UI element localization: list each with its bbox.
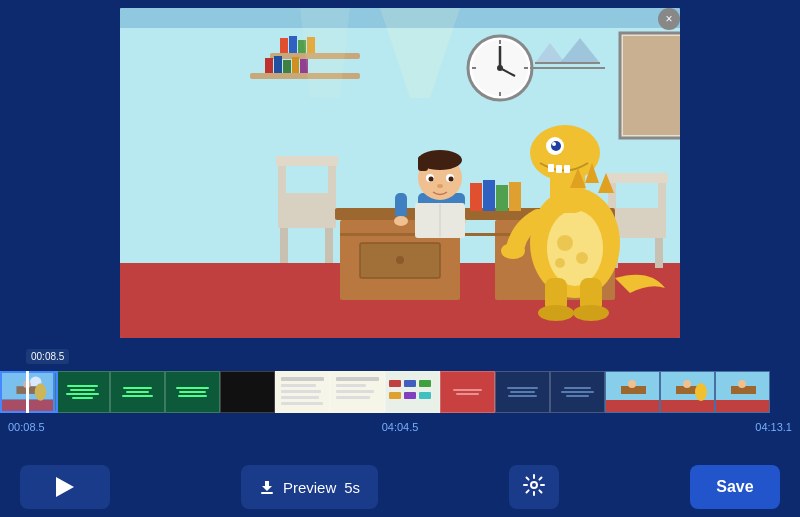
thumbnail-9[interactable] — [440, 371, 495, 413]
close-button[interactable]: × — [658, 8, 680, 30]
svg-rect-55 — [509, 182, 521, 211]
play-button[interactable] — [20, 465, 110, 509]
svg-rect-119 — [606, 400, 659, 412]
svg-rect-117 — [419, 392, 431, 399]
svg-point-125 — [683, 380, 691, 388]
svg-rect-123 — [661, 400, 714, 412]
thumbnail-8[interactable] — [385, 371, 440, 413]
svg-rect-36 — [278, 193, 336, 228]
svg-rect-53 — [483, 180, 495, 211]
thumbnail-2[interactable] — [55, 371, 110, 413]
svg-point-74 — [547, 210, 603, 286]
thumbnail-4[interactable] — [165, 371, 220, 413]
svg-rect-102 — [281, 384, 316, 387]
svg-rect-5 — [280, 38, 288, 53]
svg-rect-60 — [418, 156, 428, 171]
svg-rect-101 — [281, 377, 324, 381]
svg-rect-108 — [336, 384, 366, 387]
svg-rect-6 — [289, 36, 297, 53]
svg-rect-107 — [336, 377, 379, 381]
svg-point-18 — [497, 65, 503, 71]
thumbnail-13[interactable] — [660, 371, 715, 413]
thumb-strip-container — [0, 371, 800, 413]
svg-rect-82 — [564, 165, 570, 173]
preview-seconds: 5s — [344, 479, 360, 496]
svg-point-66 — [437, 184, 443, 188]
svg-rect-116 — [404, 392, 416, 399]
thumbnail-strip[interactable] — [0, 367, 800, 417]
svg-rect-81 — [556, 165, 562, 173]
svg-rect-54 — [496, 185, 508, 211]
thumbnail-7[interactable] — [330, 371, 385, 413]
svg-rect-61 — [432, 156, 440, 168]
save-label: Save — [716, 478, 753, 495]
svg-point-92 — [576, 252, 588, 264]
svg-rect-103 — [281, 390, 321, 393]
svg-rect-11 — [283, 60, 291, 73]
svg-rect-80 — [548, 164, 554, 172]
svg-rect-114 — [419, 380, 431, 387]
end-time: 04:13.1 — [755, 421, 792, 433]
thumbnail-11[interactable] — [550, 371, 605, 413]
svg-rect-45 — [606, 173, 668, 183]
svg-point-130 — [738, 380, 746, 388]
svg-point-89 — [538, 305, 574, 321]
svg-rect-9 — [265, 58, 273, 73]
mid-time: 04:04.5 — [382, 421, 419, 433]
thumbnail-3[interactable] — [110, 371, 165, 413]
svg-rect-52 — [470, 183, 482, 211]
svg-point-126 — [695, 383, 707, 401]
save-button[interactable]: Save — [690, 465, 780, 509]
svg-point-79 — [552, 142, 556, 146]
svg-point-51 — [396, 256, 404, 264]
svg-point-132 — [531, 482, 537, 488]
download-icon — [259, 479, 275, 495]
svg-point-86 — [501, 243, 525, 259]
selection-indicator — [0, 371, 58, 413]
svg-rect-113 — [404, 380, 416, 387]
svg-rect-110 — [336, 396, 370, 399]
preview-area: × — [120, 8, 680, 338]
svg-rect-28 — [623, 36, 680, 135]
svg-point-78 — [551, 141, 561, 151]
video-preview: Raving Genius — [120, 8, 680, 338]
svg-rect-12 — [292, 57, 299, 73]
svg-rect-67 — [395, 193, 407, 218]
classroom-scene: Raving Genius — [120, 8, 680, 338]
current-time-badge: 00:08.5 — [26, 349, 69, 364]
svg-rect-104 — [281, 396, 319, 399]
thumbnail-12[interactable] — [605, 371, 660, 413]
settings-icon — [523, 474, 545, 501]
svg-rect-109 — [336, 390, 374, 393]
play-icon — [56, 477, 74, 497]
svg-point-121 — [628, 380, 636, 388]
timeline: 00:08.5 — [0, 367, 800, 457]
thumbnail-5[interactable] — [220, 371, 275, 413]
svg-rect-105 — [281, 402, 323, 405]
playhead — [26, 371, 29, 413]
start-time: 00:08.5 — [8, 421, 45, 433]
svg-rect-112 — [389, 380, 401, 387]
svg-point-93 — [555, 258, 565, 268]
svg-point-64 — [429, 177, 434, 182]
settings-button[interactable] — [509, 465, 559, 509]
svg-rect-39 — [276, 156, 338, 166]
svg-rect-115 — [389, 392, 401, 399]
svg-point-65 — [449, 177, 454, 182]
svg-point-69 — [394, 216, 408, 226]
svg-point-90 — [573, 305, 609, 321]
svg-rect-128 — [716, 400, 769, 412]
svg-rect-4 — [250, 73, 360, 79]
svg-rect-131 — [261, 492, 273, 494]
svg-point-91 — [557, 235, 573, 251]
svg-rect-10 — [274, 56, 282, 73]
thumbnail-14[interactable] — [715, 371, 770, 413]
preview-label: Preview — [283, 479, 336, 496]
thumbnail-10[interactable] — [495, 371, 550, 413]
timeline-timestamps: 00:08.5 04:04.5 04:13.1 — [0, 417, 800, 433]
preview-button[interactable]: Preview 5s — [241, 465, 378, 509]
thumbnail-6[interactable] — [275, 371, 330, 413]
bottom-controls: Preview 5s Save — [0, 465, 800, 509]
